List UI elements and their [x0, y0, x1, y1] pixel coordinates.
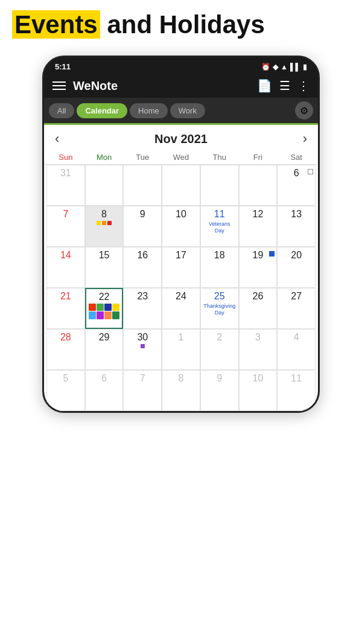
table-row[interactable]: 6 — [277, 165, 316, 206]
event-square — [97, 311, 104, 319]
month-nav: ‹ Nov 2021 › — [44, 125, 318, 150]
event-dot-red — [107, 221, 112, 225]
alarm-icon: ⏰ — [261, 63, 270, 71]
event-square — [89, 304, 96, 311]
tab-settings[interactable]: ⚙ — [295, 101, 313, 120]
wifi-icon: ▲ — [281, 63, 288, 71]
table-row[interactable]: 18 — [200, 247, 239, 288]
table-row[interactable]: 30 — [123, 329, 162, 370]
holiday-label: Thanksgiving Day — [203, 303, 236, 316]
table-row[interactable]: 10 — [239, 370, 278, 411]
table-row[interactable]: 27 — [277, 288, 316, 329]
settings-gear-icon: ⚙ — [300, 105, 308, 116]
table-row[interactable]: 7 — [123, 370, 162, 411]
table-row[interactable]: 22 — [85, 288, 124, 329]
table-row[interactable]: 17 — [162, 247, 200, 288]
hamburger-menu-icon[interactable] — [52, 81, 66, 90]
event-square — [112, 304, 119, 311]
empty-square-indicator — [308, 169, 313, 174]
event-dot-orange — [102, 221, 106, 225]
table-row[interactable]: 14 — [46, 247, 85, 288]
new-note-icon[interactable]: 📄 — [257, 78, 272, 93]
table-row[interactable]: 6 — [85, 370, 124, 411]
signal-icon: ◆ — [273, 63, 278, 71]
tab-all[interactable]: All — [49, 103, 74, 118]
table-row[interactable]: 15 — [85, 247, 124, 288]
app-title: WeNote — [73, 79, 250, 93]
event-square — [104, 311, 112, 319]
day-header-sun: Sun — [46, 150, 85, 164]
table-row[interactable]: 31 — [46, 165, 85, 206]
day-header-sat: Sat — [277, 150, 316, 164]
table-row[interactable]: 24 — [162, 288, 200, 329]
more-options-icon[interactable]: ⋮ — [297, 78, 310, 93]
tab-home[interactable]: Home — [130, 103, 168, 118]
tab-calendar[interactable]: Calendar — [77, 103, 127, 118]
table-row[interactable]: 4 — [277, 329, 316, 370]
phone-frame: 5:11 ⏰ ◆ ▲ ▌▌ ▮ WeNote 📄 ☰ ⋮ All Calenda… — [42, 56, 320, 413]
list-icon[interactable]: ☰ — [279, 78, 290, 93]
table-row[interactable]: 21 — [46, 288, 85, 329]
next-month-button[interactable]: › — [303, 131, 307, 147]
calendar-grid: 31 6 7 8 9 10 11 — [44, 165, 318, 411]
table-row[interactable]: 8 — [85, 206, 124, 247]
event-dots — [88, 221, 121, 225]
table-row[interactable]: 19 — [239, 247, 278, 288]
table-row[interactable]: 16 — [123, 247, 162, 288]
table-row[interactable]: 7 — [46, 206, 85, 247]
table-row[interactable]: 28 — [46, 329, 85, 370]
table-row[interactable]: 11 Veterans Day — [200, 206, 239, 247]
app-toolbar: WeNote 📄 ☰ ⋮ — [44, 74, 318, 98]
tab-work[interactable]: Work — [170, 103, 205, 118]
table-row[interactable]: 13 — [277, 206, 316, 247]
event-square — [97, 304, 104, 311]
table-row[interactable] — [162, 165, 200, 206]
day-header-thu: Thu — [200, 150, 239, 164]
table-row[interactable]: 25 Thanksgiving Day — [200, 288, 239, 329]
calendar-container: ‹ Nov 2021 › Sun Mon Tue Wed Thu Fri Sat… — [44, 125, 318, 411]
day-header-mon: Mon — [85, 150, 124, 164]
table-row[interactable] — [239, 165, 278, 206]
day-header-fri: Fri — [239, 150, 278, 164]
table-row[interactable]: 26 — [239, 288, 278, 329]
table-row[interactable]: 1 — [162, 329, 200, 370]
table-row[interactable]: 9 — [123, 206, 162, 247]
day-headers: Sun Mon Tue Wed Thu Fri Sat — [44, 150, 318, 165]
status-icons: ⏰ ◆ ▲ ▌▌ ▮ — [261, 63, 307, 71]
table-row[interactable]: 3 — [239, 329, 278, 370]
status-bar: 5:11 ⏰ ◆ ▲ ▌▌ ▮ — [44, 57, 318, 74]
tab-bar: All Calendar Home Work ⚙ — [44, 98, 318, 125]
page-header: Events and Holidays — [0, 0, 362, 49]
table-row[interactable] — [123, 165, 162, 206]
day-header-wed: Wed — [162, 150, 200, 164]
event-dots — [126, 344, 159, 348]
table-row[interactable]: 11 — [277, 370, 316, 411]
table-row[interactable] — [85, 165, 124, 206]
page-title: Events and Holidays — [12, 11, 350, 39]
event-squares — [89, 304, 120, 319]
prev-month-button[interactable]: ‹ — [55, 131, 59, 147]
table-row[interactable]: 2 — [200, 329, 239, 370]
table-row[interactable]: 9 — [200, 370, 239, 411]
title-highlight: Events — [12, 10, 100, 39]
battery-icon: ▮ — [303, 63, 307, 71]
event-square — [112, 311, 119, 319]
table-row[interactable]: 23 — [123, 288, 162, 329]
event-square-blue — [269, 251, 275, 257]
status-time: 5:11 — [55, 62, 71, 71]
day-header-tue: Tue — [123, 150, 162, 164]
event-square — [89, 311, 96, 319]
table-row[interactable] — [200, 165, 239, 206]
holiday-label: Veterans Day — [203, 221, 236, 234]
event-square — [104, 304, 112, 311]
table-row[interactable]: 12 — [239, 206, 278, 247]
month-year-label: Nov 2021 — [154, 132, 208, 146]
table-row[interactable]: 29 — [85, 329, 124, 370]
table-row[interactable]: 20 — [277, 247, 316, 288]
table-row[interactable]: 5 — [46, 370, 85, 411]
event-dot-purple — [141, 344, 145, 348]
signal-bars-icon: ▌▌ — [290, 63, 300, 71]
table-row[interactable]: 8 — [162, 370, 200, 411]
event-dot-yellow — [97, 221, 101, 225]
table-row[interactable]: 10 — [162, 206, 200, 247]
